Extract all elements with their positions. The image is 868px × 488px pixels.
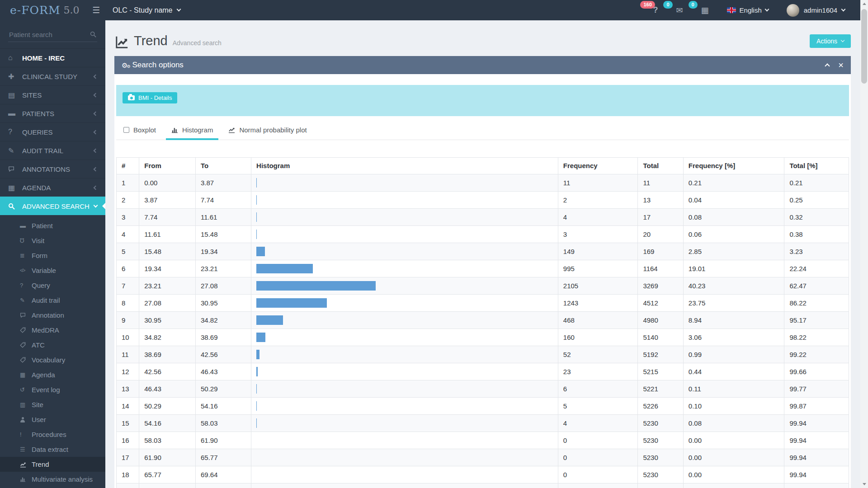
study-selector-label: OLC - Study name [113,6,173,14]
table-cell: 61.90 [139,449,196,466]
sidebar-subitem-user[interactable]: User [0,412,105,427]
language-selector[interactable]: English [727,6,769,14]
visit-icon: ℧ [20,237,24,244]
sidebar-subitem-annotation[interactable]: Annotation [0,308,105,323]
search-options-panel: ⚙⚙ Search options × BMI - Details Boxplo… [114,56,851,488]
camera-icon [128,95,135,100]
table-cell: 6 [558,380,638,398]
sidebar-item-home-irec[interactable]: ⌂HOME - IREC [0,48,105,67]
table-cell: 22.24 [784,260,849,277]
histogram-table-wrap: #FromToHistogramFrequencyTotalFrequency … [116,157,849,488]
table-cell: 50.29 [139,398,196,415]
patient-search-input[interactable] [8,28,97,42]
sidebar-item-patients[interactable]: ▬PATIENTS [0,104,105,122]
histogram-bar-cell [251,398,558,415]
tab-normal-probability-plot[interactable]: Normal probability plot [223,122,312,140]
sidebar-subitem-label: Procedures [32,431,66,438]
scroll-up-button[interactable] [860,0,868,8]
sidebar-item-agenda[interactable]: ▦AGENDA [0,178,105,197]
histogram-bar-cell [251,295,558,312]
triangle-down-icon [863,483,866,485]
table-cell: 1243 [558,295,638,312]
sidebar-subitem-label: Audit trail [32,296,60,304]
sidebar-subitem-variable[interactable]: </>Variable [0,263,105,278]
histogram-bar-cell [251,466,558,483]
sidebar-item-sites[interactable]: ▤SITES [0,85,105,104]
hamburger-menu-icon[interactable]: ☰ [92,5,100,15]
sidebar-subitem-multivariate-analysis[interactable]: Multivariate analysis [0,472,105,487]
table-cell: 99.94 [784,449,849,466]
table-row: 411.6115.483200.060.38 [117,226,849,243]
sidebar-subitem-procedures[interactable]: !Procedures [0,427,105,442]
tab-histogram[interactable]: Histogram [166,122,218,140]
mail-badge: 0 [663,1,672,9]
sidebar-subitem-event-log[interactable]: ↺Event log [0,382,105,397]
table-cell: 0.11 [683,380,784,398]
sidebar-subitem-query[interactable]: ?Query [0,278,105,293]
histogram-bar-cell [251,277,558,295]
table-cell: 54.16 [195,398,251,415]
table-cell: 11 [638,174,683,192]
table-cell: 8 [117,295,139,312]
table-cell: 27.08 [195,277,251,295]
table-cell: 42.56 [139,363,196,380]
annotation-icon [20,312,26,318]
histogram-bar [256,315,283,325]
sidebar-subitem-atc[interactable]: ATC [0,338,105,352]
actions-button[interactable]: Actions [810,34,851,48]
sidebar-item-annotations[interactable]: ANNOTATIONS [0,160,105,178]
sidebar-item-label: PATIENTS [22,110,54,117]
user-menu[interactable]: admin1604 [787,4,845,17]
histogram-bar [256,247,265,256]
sidebar-subitem-agenda[interactable]: ▦Agenda [0,367,105,382]
table-cell: 99.94 [784,432,849,449]
table-row: 723.2127.082105326940.2362.47 [117,277,849,295]
sidebar-subitem-data-extract[interactable]: ☰Data extract [0,442,105,457]
variable-button[interactable]: BMI - Details [123,92,177,103]
tab-boxplot[interactable]: Boxplot [118,122,161,140]
site-icon: ▥ [20,401,25,408]
table-cell: 5226 [638,398,683,415]
sidebar-subitem-vocabulary[interactable]: Vocabulary [0,352,105,367]
help-icon[interactable]: ? 160 [653,5,658,15]
sidebar-item-advanced-search[interactable]: ADVANCED SEARCH [0,197,105,215]
table-cell: 65.77 [139,466,196,483]
sidebar-item-clinical-study[interactable]: ✚CLINICAL STUDY [0,67,105,85]
sidebar-subitem-trend[interactable]: Trend [0,457,105,472]
table-cell: 99.87 [784,398,849,415]
close-panel-icon[interactable]: × [838,61,844,69]
scroll-down-button[interactable] [860,480,868,488]
sidebar-subitem-label: Data extract [32,446,68,453]
column-header-histogram: Histogram [251,158,558,174]
gears-icon: ⚙⚙ [122,62,127,69]
chevron-down-icon [176,7,181,12]
table-cell: 95.17 [784,312,849,329]
study-selector[interactable]: OLC - Study name [113,6,180,14]
agenda-icon: ▦ [8,183,15,192]
calendar-icon[interactable]: ▦ 0 [701,5,709,15]
home-icon: ⌂ [8,54,13,62]
column-header--: # [117,158,139,174]
histogram-bar [256,212,257,222]
sidebar-subitem-site[interactable]: ▥Site [0,397,105,412]
histogram-bar-cell [251,449,558,466]
histogram-bar [256,384,257,394]
sidebar-subitem-visit[interactable]: ℧Visit [0,233,105,248]
column-header-total-: Total [%] [784,158,849,174]
column-header-to: To [195,158,251,174]
table-cell: 2.85 [683,243,784,260]
mail-icon[interactable]: ✉ 0 [676,5,683,15]
sidebar-subitem-form[interactable]: ≣Form [0,248,105,263]
sidebar-subitem-audit-trail[interactable]: ✎Audit trail [0,293,105,308]
scrollbar-thumb[interactable] [861,9,867,84]
column-header-total: Total [638,158,683,174]
collapse-panel-icon[interactable] [825,63,830,68]
sidebar-item-audit-trail[interactable]: ✎AUDIT TRAIL [0,141,105,160]
table-cell: 23.21 [195,260,251,277]
sidebar-subitem-patient[interactable]: ▬Patient [0,218,105,233]
histogram-bar-cell [251,483,558,488]
sidebar-item-queries[interactable]: ?QUERIES [0,122,105,141]
histogram-bar-cell [251,415,558,432]
sidebar-subitem-meddra[interactable]: MedDRA [0,323,105,338]
table-cell: 99.94 [784,466,849,483]
